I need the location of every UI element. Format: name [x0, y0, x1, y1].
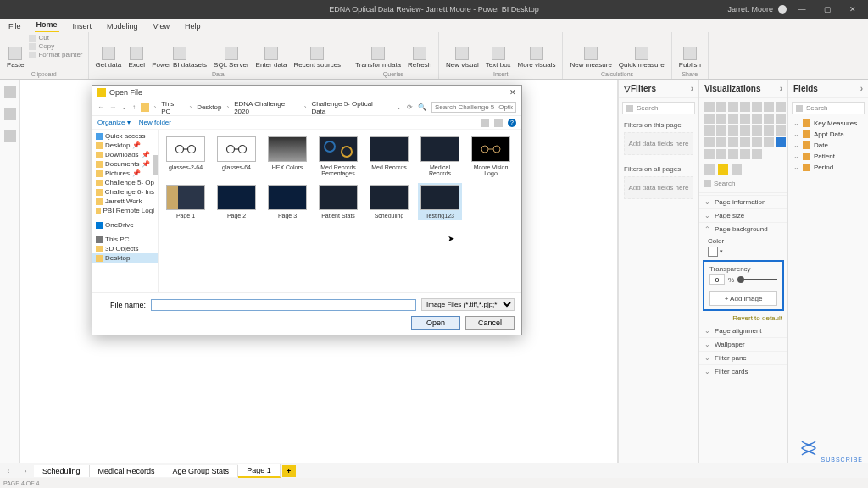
viz-map-icon[interactable] [740, 125, 750, 136]
new-measure-button[interactable]: New measure [568, 34, 613, 71]
chevron-down-icon[interactable]: ▾ [720, 248, 723, 255]
viz-kpi-icon[interactable] [728, 137, 738, 147]
transparency-slider[interactable] [737, 279, 777, 280]
color-swatch[interactable] [708, 247, 718, 257]
enter-data-button[interactable]: Enter data [254, 34, 289, 71]
publish-button[interactable]: Publish [677, 34, 703, 71]
tree-pbi-remote[interactable]: PBI Remote Logi [92, 206, 158, 215]
maximize-button[interactable]: ▢ [817, 5, 837, 14]
viz-line-icon[interactable] [776, 102, 786, 112]
viz-table-icon[interactable] [752, 137, 762, 147]
sql-server-button[interactable]: SQL Server [212, 34, 251, 71]
fields-mode-icon[interactable] [704, 164, 715, 175]
tree-scrollbar[interactable] [153, 155, 158, 175]
avatar[interactable] [778, 5, 787, 14]
organize-button[interactable]: Organize ▾ [97, 119, 131, 126]
tree-quick-access[interactable]: Quick access [92, 131, 158, 141]
file-item[interactable]: Med Records Percentages [316, 135, 360, 178]
help-icon[interactable]: ? [508, 119, 516, 127]
section-filter-cards[interactable]: ⌄Filter cards [699, 364, 787, 378]
viz-multicard-icon[interactable] [716, 137, 726, 147]
text-box-button[interactable]: Text box [484, 34, 513, 71]
viz-ribbon-icon[interactable] [752, 114, 762, 124]
tree-3d-objects[interactable]: 3D Objects [92, 244, 158, 253]
tree-this-pc[interactable]: This PC [92, 235, 158, 244]
viz-slicer-icon[interactable] [740, 137, 750, 147]
file-item[interactable]: Page 2 [214, 183, 259, 220]
tree-challenge5[interactable]: Challenge 5- Op [92, 178, 158, 187]
viz-treemap-icon[interactable] [728, 125, 738, 136]
table-date[interactable]: ⌄Date [788, 140, 868, 151]
file-item[interactable]: Page 3 [265, 183, 309, 220]
new-folder-button[interactable]: New folder [139, 119, 171, 126]
collapse-viz-icon[interactable]: › [780, 84, 782, 93]
quick-measure-button[interactable]: Quick measure [617, 34, 666, 71]
table-patient[interactable]: ⌄Patient [788, 151, 868, 162]
tab-home[interactable]: Home [35, 19, 59, 32]
close-button[interactable]: ✕ [843, 5, 863, 14]
crumb-this-pc[interactable]: This PC [161, 100, 184, 115]
back-button[interactable]: ← [97, 103, 104, 111]
add-page-button[interactable]: + [282, 465, 296, 477]
crumb-challenge5[interactable]: Challenge 5- Optical Data [311, 100, 386, 115]
viz-decomp-icon[interactable] [728, 149, 738, 159]
viz-matrix-icon[interactable] [764, 137, 774, 147]
add-image-button[interactable]: + Add image [709, 291, 777, 306]
tree-jarrett-work[interactable]: Jarrett Work [92, 197, 158, 206]
filename-input[interactable] [151, 299, 416, 311]
analytics-mode-icon[interactable] [732, 164, 742, 175]
viz-area-icon[interactable] [704, 114, 715, 124]
file-item[interactable]: Scheduling [367, 183, 411, 220]
paste-button[interactable]: Paste [5, 34, 25, 71]
section-page-information[interactable]: ⌄Page information [699, 195, 787, 208]
crumb-edna[interactable]: EDNA Challenge 2020 [234, 100, 299, 115]
viz-funnel-icon[interactable] [764, 125, 774, 136]
viz-100-bar-icon[interactable] [752, 102, 762, 112]
viz-filled-map-icon[interactable] [752, 125, 762, 136]
viz-more-icon[interactable] [752, 149, 762, 159]
recent-sources-button[interactable]: Recent sources [292, 34, 343, 71]
pbi-datasets-button[interactable]: Power BI datasets [150, 34, 209, 71]
viz-clustered-bar-icon[interactable] [728, 102, 738, 112]
viz-line-cluster-icon[interactable] [740, 114, 750, 124]
file-item[interactable]: Page 1 [164, 183, 208, 220]
filters-search[interactable]: Search [622, 102, 695, 114]
file-item[interactable]: HEX Colors [265, 135, 309, 178]
page-tab-page1[interactable]: Page 1 [238, 464, 281, 478]
viz-scatter-icon[interactable] [776, 114, 786, 124]
cut-button[interactable]: Cut [29, 34, 82, 42]
table-appt-data[interactable]: ⌄Appt Data [788, 129, 868, 140]
model-view-icon[interactable] [4, 130, 16, 142]
refresh-icon[interactable]: ⟳ [407, 103, 413, 111]
viz-stacked-column-icon[interactable] [716, 102, 726, 112]
file-item[interactable]: Patient Stats [316, 183, 360, 220]
tree-desktop[interactable]: Desktop 📌 [92, 141, 158, 150]
viz-stacked-area-icon[interactable] [716, 114, 726, 124]
forward-button[interactable]: → [109, 103, 116, 111]
section-filter-pane[interactable]: ⌄Filter pane [699, 351, 787, 364]
excel-button[interactable]: Excel [126, 34, 147, 71]
viz-gauge-icon[interactable] [776, 125, 786, 136]
viz-stacked-bar-icon[interactable] [704, 102, 715, 112]
file-filter-select[interactable]: Image Files (*.tiff,*.pjp;*.pjpeg;* [421, 298, 515, 311]
tree-challenge6[interactable]: Challenge 6- Ins [92, 187, 158, 197]
file-item[interactable]: Medical Records [418, 135, 462, 178]
viz-search[interactable]: Search [704, 180, 782, 187]
page-tab-age-group-stats[interactable]: Age Group Stats [164, 465, 239, 477]
section-page-background[interactable]: ⌃Page background [699, 222, 787, 236]
get-data-button[interactable]: Get data [94, 34, 124, 71]
open-button[interactable]: Open [411, 316, 460, 330]
file-item[interactable]: Moore Vision Logo [469, 135, 513, 178]
tree-documents[interactable]: Documents 📌 [92, 159, 158, 169]
viz-qa-icon[interactable] [740, 149, 750, 159]
format-mode-icon[interactable] [718, 164, 728, 175]
section-wallpaper[interactable]: ⌄Wallpaper [699, 337, 787, 351]
page-prev-icon[interactable]: ‹ [8, 467, 10, 475]
transparency-input[interactable] [709, 274, 725, 285]
viz-py-icon[interactable] [704, 149, 715, 159]
viz-line-column-icon[interactable] [728, 114, 738, 124]
up-button[interactable]: ↑ [132, 103, 136, 111]
tab-modeling[interactable]: Modeling [105, 20, 140, 32]
tree-downloads[interactable]: Downloads 📌 [92, 150, 158, 159]
file-item[interactable]: glasses-2-64 [164, 135, 208, 178]
